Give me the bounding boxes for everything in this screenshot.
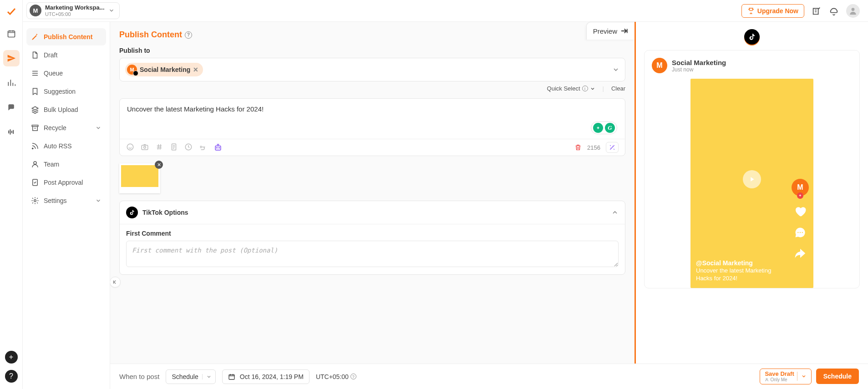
ai-robot-icon[interactable] <box>213 143 223 152</box>
sidebar-item-label: Draft <box>44 51 57 59</box>
play-icon[interactable] <box>743 170 761 188</box>
when-to-post-label: When to post <box>119 373 159 380</box>
svg-point-3 <box>32 148 33 149</box>
emoji-icon[interactable] <box>126 143 134 152</box>
sidebar-item-label: Post Approval <box>44 179 83 186</box>
sidebar-item-draft[interactable]: Draft <box>26 46 106 64</box>
help-icon[interactable]: ? <box>350 374 356 379</box>
template-icon[interactable] <box>170 143 178 152</box>
workspace-avatar: M <box>30 5 41 16</box>
publish-to-label: Publish to <box>119 47 625 54</box>
svg-point-6 <box>34 200 36 202</box>
sidebar-item-approval[interactable]: Post Approval <box>26 174 106 191</box>
sidebar-item-recycle[interactable]: Recycle <box>26 119 106 136</box>
remove-account-icon[interactable]: ✕ <box>193 66 198 73</box>
post-editor: Uncover the latest Marketing Hacks for 2… <box>119 98 625 156</box>
account-avatar: M <box>127 65 137 75</box>
sidebar-item-suggestion[interactable]: Suggestion <box>26 83 106 100</box>
first-comment-label: First Comment <box>126 230 619 237</box>
workspace-name: Marketing Workspa... <box>45 5 105 11</box>
preview-account-name: Social Marketing <box>672 59 726 66</box>
file-icon <box>31 51 39 59</box>
top-header: M Marketing Workspa... UTC+05:00 Upgrade… <box>23 0 868 22</box>
comment-icon[interactable] <box>794 226 807 239</box>
workspace-switcher[interactable]: M Marketing Workspa... UTC+05:00 <box>26 2 120 19</box>
layers-icon <box>31 106 39 114</box>
preview-video: M+ @Social Marketing Uncover the latest … <box>690 79 813 288</box>
datetime-picker[interactable]: Oct 16, 2024, 1:19 PM <box>222 369 310 384</box>
sidebar: Publish Content Draft Queue Suggestion B… <box>23 22 110 389</box>
svg-rect-19 <box>229 374 234 379</box>
preview-time: Just now <box>672 66 726 73</box>
sidebar-item-publish[interactable]: Publish Content <box>26 28 106 45</box>
icon-rail: + ? <box>0 0 23 389</box>
post-body-input[interactable]: Uncover the latest Marketing Hacks for 2… <box>120 99 625 139</box>
preview-pane: M Social Marketing Just now M+ <box>636 22 868 364</box>
sidebar-item-settings[interactable]: Settings <box>26 192 106 209</box>
account-dropdown-icon[interactable] <box>612 66 619 73</box>
sidebar-item-label: Bulk Upload <box>44 106 78 113</box>
chevron-down-icon <box>95 125 102 131</box>
user-avatar[interactable] <box>846 4 860 18</box>
delete-icon[interactable] <box>574 144 582 151</box>
preview-toggle-button[interactable]: Preview <box>586 22 635 40</box>
svg-point-17 <box>800 232 801 233</box>
archive-icon <box>31 124 39 132</box>
camera-icon[interactable] <box>141 143 149 152</box>
sidebar-item-label: Suggestion <box>44 88 76 95</box>
sidebar-item-bulk-upload[interactable]: Bulk Upload <box>26 101 106 118</box>
main-area: Publish Content ? Preview Publish to M <box>110 22 868 364</box>
magic-wand-icon[interactable] <box>606 142 619 153</box>
heart-icon[interactable] <box>793 204 807 218</box>
sidebar-item-label: Recycle <box>44 124 66 131</box>
share-icon[interactable] <box>793 247 807 261</box>
attachment-thumb[interactable]: ✕ <box>119 163 160 193</box>
svg-point-18 <box>802 232 803 233</box>
tiktok-options-label: TikTok Options <box>142 209 188 216</box>
collapse-sidebar-button[interactable] <box>110 277 121 288</box>
clock-icon[interactable] <box>184 143 193 152</box>
rail-analytics-icon[interactable] <box>3 75 20 91</box>
compose-note-icon[interactable] <box>812 6 822 16</box>
svg-point-1 <box>852 8 855 11</box>
svg-point-15 <box>219 147 220 148</box>
rail-calendar-icon[interactable] <box>3 25 20 42</box>
user-icon <box>31 160 39 168</box>
preview-tab-tiktok[interactable] <box>744 29 760 45</box>
schedule-button[interactable]: Schedule <box>816 369 859 384</box>
app-logo <box>6 6 17 17</box>
rail-add-button[interactable]: + <box>5 351 18 364</box>
sidebar-item-autorss[interactable]: Auto RSS <box>26 137 106 155</box>
chevron-up-icon[interactable] <box>611 209 619 216</box>
clear-button[interactable]: Clear <box>611 85 625 92</box>
sidebar-item-queue[interactable]: Queue <box>26 65 106 82</box>
help-icon[interactable]: ? <box>185 31 192 39</box>
rail-bars-icon[interactable] <box>3 124 20 140</box>
bell-icon[interactable] <box>829 6 839 16</box>
remove-attachment-icon[interactable]: ✕ <box>155 161 163 169</box>
sidebar-item-team[interactable]: Team <box>26 156 106 173</box>
plug-icon[interactable] <box>199 143 207 152</box>
grammarly-widget[interactable]: G <box>591 121 617 134</box>
preview-handle: @Social Marketing <box>696 259 788 267</box>
rail-help-button[interactable]: ? <box>5 370 18 383</box>
preview-profile-avatar[interactable]: M+ <box>792 179 809 196</box>
sidebar-item-label: Team <box>44 161 59 168</box>
grammarly-g-icon: G <box>605 123 615 133</box>
hashtag-icon[interactable] <box>155 143 163 152</box>
sidebar-item-label: Queue <box>44 70 63 77</box>
svg-point-20 <box>766 379 767 380</box>
tiktok-badge-icon <box>133 71 138 76</box>
upgrade-label: Upgrade Now <box>757 7 798 15</box>
schedule-mode-select[interactable]: Schedule <box>166 369 215 384</box>
svg-point-8 <box>127 144 133 150</box>
upgrade-button[interactable]: Upgrade Now <box>741 4 804 18</box>
account-chip[interactable]: M Social Marketing ✕ <box>125 63 203 76</box>
char-counter: 2156 <box>587 144 600 151</box>
quick-select-button[interactable]: Quick Select i <box>547 85 595 92</box>
save-draft-button[interactable]: Save Draft Only Me <box>760 369 811 384</box>
rail-publish-icon[interactable] <box>3 50 20 66</box>
rail-chat-icon[interactable] <box>3 99 20 116</box>
chevron-down-icon <box>108 7 115 14</box>
first-comment-input[interactable] <box>126 241 619 267</box>
